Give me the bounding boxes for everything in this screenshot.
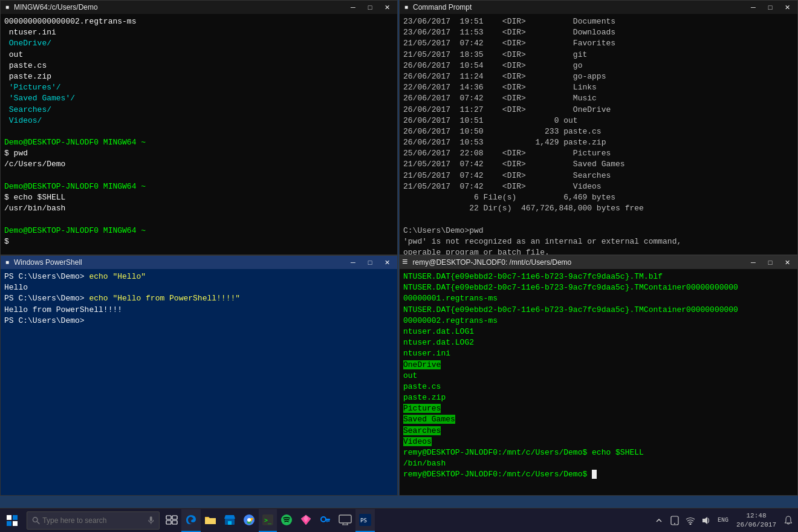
- mingw-titlebar[interactable]: ■ MINGW64:/c/Users/Demo ─ □ ✕: [1, 1, 397, 14]
- ps-taskbar-icon: PS: [359, 514, 371, 526]
- chrome-button[interactable]: [239, 509, 259, 532]
- store-button[interactable]: [220, 509, 239, 532]
- start-button[interactable]: [0, 508, 24, 533]
- windows-logo-icon: [7, 515, 18, 526]
- svg-marker-31: [702, 517, 707, 524]
- mingw-title: MINGW64:/c/Users/Demo: [14, 3, 345, 11]
- wsl-close-button[interactable]: ✕: [779, 257, 795, 268]
- ps-title: Windows PowerShell: [14, 258, 345, 267]
- clock-time: 12:48: [746, 511, 766, 520]
- ps-titlebar[interactable]: ■ Windows PowerShell ─ □ ✕: [1, 256, 397, 269]
- svg-point-0: [33, 517, 37, 522]
- svg-rect-4: [166, 516, 171, 519]
- task-view-icon: [166, 515, 178, 525]
- volume-icon[interactable]: [699, 513, 713, 528]
- svg-text:PS: PS: [360, 517, 367, 524]
- close-button[interactable]: ✕: [379, 2, 395, 13]
- key-icon: [319, 514, 331, 526]
- cmd-window: ■ Command Prompt ─ □ ✕ 23/06/2017 19:51 …: [399, 0, 798, 255]
- svg-rect-2: [150, 516, 152, 521]
- mingw-controls: ─ □ ✕: [345, 2, 395, 13]
- system-tray: ENG 12:48 26/06/2017: [649, 508, 798, 533]
- terminal-icon: >_: [262, 514, 273, 525]
- cmd-title: Command Prompt: [413, 3, 745, 11]
- svg-point-18: [321, 517, 326, 522]
- spotify-icon: [281, 514, 293, 526]
- ps-minimize-button[interactable]: ─: [345, 257, 361, 268]
- ps-body[interactable]: PS C:\Users\Demo> echo "Hello" Hello PS …: [1, 269, 397, 495]
- search-input[interactable]: [42, 516, 146, 525]
- display-icon: [339, 514, 352, 525]
- svg-rect-21: [326, 520, 328, 522]
- tray-chevron-icon[interactable]: [652, 513, 666, 528]
- minimize-button[interactable]: ─: [345, 2, 361, 13]
- network-icon[interactable]: [683, 513, 698, 528]
- onepassword-button[interactable]: [316, 509, 335, 532]
- svg-rect-7: [172, 521, 177, 524]
- ps-close-button[interactable]: ✕: [379, 257, 395, 268]
- tablet-mode-icon[interactable]: [667, 513, 682, 528]
- wsl-titlebar[interactable]: ≡ remy@DESKTOP-JNLODF0: /mnt/c/Users/Dem…: [400, 256, 797, 269]
- cmd-maximize-button[interactable]: □: [762, 2, 778, 13]
- wsl-minimize-button[interactable]: ─: [745, 257, 761, 268]
- svg-text:>_: >_: [264, 517, 272, 524]
- language-icon[interactable]: ENG: [715, 513, 731, 528]
- cmd-titlebar[interactable]: ■ Command Prompt ─ □ ✕: [400, 1, 797, 14]
- wsl-maximize-button[interactable]: □: [762, 257, 778, 268]
- ps-controls: ─ □ ✕: [345, 257, 395, 268]
- mingw-icon: ■: [3, 3, 11, 11]
- folder-icon: [204, 514, 216, 525]
- chrome-icon: [243, 514, 255, 526]
- diamond-icon: [300, 514, 312, 526]
- svg-line-1: [37, 521, 39, 524]
- clock-date: 26/06/2017: [736, 521, 776, 529]
- system-clock[interactable]: 12:48 26/06/2017: [733, 511, 780, 529]
- cmd-icon: ■: [402, 3, 410, 11]
- wsl-body[interactable]: NTUSER.DAT{e09ebbd2-b0c7-11e6-b723-9ac7f…: [400, 269, 797, 495]
- cmd-minimize-button[interactable]: ─: [745, 2, 761, 13]
- mingw-body[interactable]: 0000000000000002.regtrans-ms ntuser.ini …: [1, 14, 397, 255]
- svg-point-15: [281, 514, 292, 525]
- svg-rect-8: [205, 518, 216, 524]
- mingw-window: ■ MINGW64:/c/Users/Demo ─ □ ✕ 0000000000…: [0, 0, 398, 255]
- task-view-button[interactable]: [162, 509, 181, 532]
- svg-rect-22: [339, 515, 351, 523]
- ps-taskbar-button[interactable]: PS: [355, 509, 375, 532]
- svg-point-12: [247, 518, 251, 522]
- svg-point-29: [674, 523, 675, 524]
- display-button[interactable]: [335, 509, 355, 532]
- microphone-icon: [148, 516, 154, 525]
- store-icon: [224, 514, 236, 526]
- wsl-title: remy@DESKTOP-JNLODF0: /mnt/c/Users/Demo: [413, 258, 745, 267]
- file-explorer-button[interactable]: [201, 509, 220, 532]
- cmd-controls: ─ □ ✕: [745, 2, 795, 13]
- cmd-body[interactable]: 23/06/2017 19:51 <DIR> Documents 23/06/2…: [400, 14, 797, 255]
- wsl-controls: ─ □ ✕: [745, 257, 795, 268]
- edge-icon: [185, 514, 197, 526]
- maximize-button[interactable]: □: [362, 2, 378, 13]
- ps-maximize-button[interactable]: □: [362, 257, 378, 268]
- powershell-window: ■ Windows PowerShell ─ □ ✕ PS C:\Users\D…: [0, 255, 398, 496]
- svg-rect-10: [228, 521, 232, 525]
- svg-rect-6: [166, 521, 171, 524]
- ps-icon: ■: [3, 258, 11, 267]
- wsl-window: ≡ remy@DESKTOP-JNLODF0: /mnt/c/Users/Dem…: [399, 255, 798, 496]
- svg-rect-5: [172, 516, 177, 519]
- cmd-close-button[interactable]: ✕: [779, 2, 795, 13]
- terminal-button[interactable]: >_: [259, 509, 277, 532]
- desktop: ■ MINGW64:/c/Users/Demo ─ □ ✕ 0000000000…: [0, 0, 798, 532]
- notification-icon[interactable]: [781, 513, 796, 528]
- taskbar: >_: [0, 508, 798, 532]
- svg-point-30: [689, 523, 691, 525]
- spotify-button[interactable]: [277, 509, 296, 532]
- taskbar-search-bar[interactable]: [27, 511, 160, 530]
- diamond-app-button[interactable]: [296, 509, 316, 532]
- search-icon: [32, 516, 40, 525]
- svg-rect-19: [325, 519, 330, 521]
- edge-app-button[interactable]: [181, 509, 201, 532]
- svg-rect-20: [328, 520, 329, 522]
- hamburger-icon[interactable]: ≡: [402, 257, 408, 268]
